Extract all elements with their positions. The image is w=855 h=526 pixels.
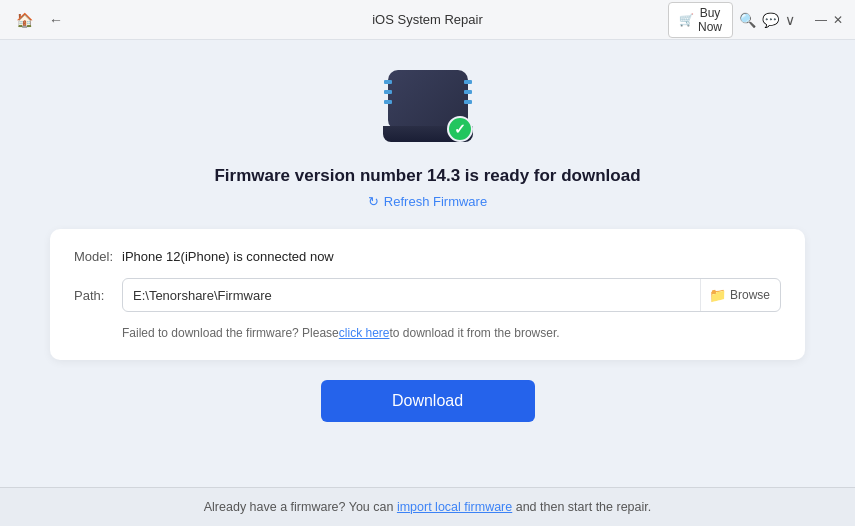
search-icon[interactable]: 🔍 [739, 8, 756, 32]
home-icon[interactable]: 🏠 [12, 8, 36, 32]
close-button[interactable]: ✕ [833, 6, 843, 34]
app-title: iOS System Repair [172, 12, 683, 27]
refresh-label: Refresh Firmware [384, 194, 487, 209]
back-icon[interactable]: ← [44, 8, 68, 32]
chip-pins-right [464, 80, 472, 104]
pin [464, 90, 472, 94]
buy-now-button[interactable]: 🛒 Buy Now [668, 2, 733, 38]
firmware-card: Model: iPhone 12(iPhone) is connected no… [50, 229, 805, 360]
title-bar-left: 🏠 ← [12, 8, 172, 32]
download-button[interactable]: Download [321, 380, 535, 422]
pin [384, 100, 392, 104]
browse-label: Browse [730, 288, 770, 302]
title-bar-right: 🛒 Buy Now 🔍 💬 ∨ — ✕ [683, 2, 843, 38]
pin [464, 100, 472, 104]
path-label: Path: [74, 288, 122, 303]
error-prefix: Failed to download the firmware? Please [122, 326, 339, 340]
buy-now-label: Buy Now [698, 6, 722, 34]
error-suffix: to download it from the browser. [389, 326, 559, 340]
refresh-icon: ↻ [368, 194, 379, 209]
pin [384, 90, 392, 94]
footer-suffix: and then start the repair. [516, 500, 652, 514]
refresh-firmware-link[interactable]: ↻ Refresh Firmware [368, 194, 487, 209]
firmware-heading: Firmware version number 14.3 is ready fo… [214, 166, 640, 186]
footer-prefix: Already have a firmware? You can [204, 500, 397, 514]
browse-button[interactable]: 📁 Browse [700, 279, 770, 311]
minimize-button[interactable]: — [815, 6, 827, 34]
model-label: Model: [74, 249, 122, 264]
pin [384, 80, 392, 84]
chip-pins-left [384, 80, 392, 104]
path-input[interactable] [133, 288, 700, 303]
check-badge-icon: ✓ [447, 116, 473, 142]
model-row: Model: iPhone 12(iPhone) is connected no… [74, 249, 781, 264]
chat-icon[interactable]: 💬 [762, 8, 779, 32]
import-local-firmware-link[interactable]: import local firmware [397, 500, 512, 514]
chevron-down-icon[interactable]: ∨ [785, 8, 795, 32]
cart-icon: 🛒 [679, 13, 694, 27]
device-icon-wrapper: ✓ [383, 70, 473, 150]
path-row: Path: 📁 Browse [74, 278, 781, 312]
pin [464, 80, 472, 84]
click-here-link[interactable]: click here [339, 326, 390, 340]
error-row: Failed to download the firmware? Please … [74, 326, 781, 340]
path-input-wrapper: 📁 Browse [122, 278, 781, 312]
main-content: ✓ Firmware version number 14.3 is ready … [0, 40, 855, 487]
folder-icon: 📁 [709, 287, 726, 303]
model-value: iPhone 12(iPhone) is connected now [122, 249, 334, 264]
title-bar: 🏠 ← iOS System Repair 🛒 Buy Now 🔍 💬 ∨ — … [0, 0, 855, 40]
footer: Already have a firmware? You can import … [0, 487, 855, 526]
